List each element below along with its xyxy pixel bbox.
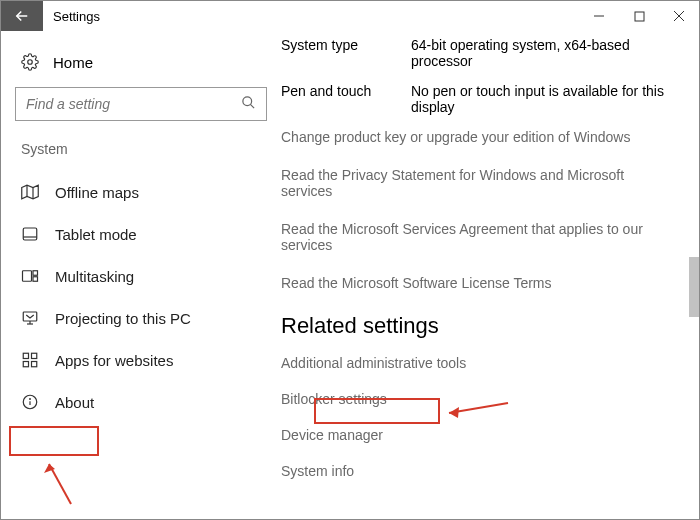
sidebar-item-projecting[interactable]: Projecting to this PC [15, 297, 267, 339]
window-title: Settings [43, 1, 100, 31]
back-arrow-icon [13, 7, 31, 25]
spec-label: Pen and touch [281, 83, 411, 115]
svg-point-22 [30, 399, 31, 400]
sidebar-item-label: Multitasking [55, 268, 134, 285]
spec-system-type: System type 64-bit operating system, x64… [281, 37, 675, 69]
sidebar-item-offline-maps[interactable]: Offline maps [15, 171, 267, 213]
related-heading: Related settings [281, 313, 675, 339]
svg-line-6 [250, 104, 254, 108]
related-system-info[interactable]: System info [281, 463, 675, 479]
close-icon [673, 10, 685, 22]
link-privacy[interactable]: Read the Privacy Statement for Windows a… [281, 167, 675, 199]
back-button[interactable] [1, 1, 43, 31]
sidebar-item-about[interactable]: About [15, 381, 267, 423]
projecting-icon [21, 309, 39, 327]
sidebar-item-tablet-mode[interactable]: Tablet mode [15, 213, 267, 255]
svg-rect-16 [23, 353, 28, 358]
sidebar: Home System Offline maps Tablet mode [1, 31, 281, 519]
svg-rect-19 [32, 362, 37, 367]
maximize-icon [634, 11, 645, 22]
sidebar-item-label: Projecting to this PC [55, 310, 191, 327]
sidebar-item-multitasking[interactable]: Multitasking [15, 255, 267, 297]
svg-rect-1 [635, 12, 644, 21]
svg-rect-15 [23, 312, 37, 321]
svg-marker-7 [22, 185, 39, 199]
close-button[interactable] [659, 1, 699, 31]
link-product-key[interactable]: Change product key or upgrade your editi… [281, 129, 675, 145]
home-button[interactable]: Home [15, 49, 267, 87]
minimize-icon [593, 10, 605, 22]
link-services-agreement[interactable]: Read the Microsoft Services Agreement th… [281, 221, 675, 253]
apps-icon [21, 351, 39, 369]
gear-icon [21, 53, 39, 71]
link-license-terms[interactable]: Read the Microsoft Software License Term… [281, 275, 675, 291]
main-content: System type 64-bit operating system, x64… [281, 31, 699, 519]
sidebar-item-label: Offline maps [55, 184, 139, 201]
titlebar: Settings [1, 1, 699, 31]
svg-point-5 [243, 97, 252, 106]
svg-rect-13 [33, 271, 38, 276]
minimize-button[interactable] [579, 1, 619, 31]
svg-rect-17 [32, 353, 37, 358]
spec-label: System type [281, 37, 411, 69]
search-box[interactable] [15, 87, 267, 121]
search-input[interactable] [26, 96, 241, 112]
scrollbar-thumb[interactable] [689, 257, 699, 317]
svg-rect-12 [23, 271, 32, 282]
settings-window: Settings Home Sy [0, 0, 700, 520]
svg-rect-14 [33, 277, 38, 282]
sidebar-item-label: Apps for websites [55, 352, 173, 369]
svg-rect-10 [23, 228, 37, 240]
map-icon [21, 183, 39, 201]
svg-point-4 [28, 60, 33, 65]
spec-value: 64-bit operating system, x64-based proce… [411, 37, 675, 69]
sidebar-item-apps-websites[interactable]: Apps for websites [15, 339, 267, 381]
spec-value: No pen or touch input is available for t… [411, 83, 675, 115]
section-label: System [15, 141, 267, 171]
related-admin-tools[interactable]: Additional administrative tools [281, 355, 675, 371]
svg-rect-18 [23, 362, 28, 367]
sidebar-item-label: About [55, 394, 94, 411]
home-label: Home [53, 54, 93, 71]
tablet-icon [21, 225, 39, 243]
multitasking-icon [21, 267, 39, 285]
related-device-manager[interactable]: Device manager [281, 427, 675, 443]
spec-pen-touch: Pen and touch No pen or touch input is a… [281, 83, 675, 115]
related-bitlocker[interactable]: Bitlocker settings [281, 391, 675, 407]
info-icon [21, 393, 39, 411]
maximize-button[interactable] [619, 1, 659, 31]
sidebar-item-label: Tablet mode [55, 226, 137, 243]
search-icon [241, 95, 256, 113]
